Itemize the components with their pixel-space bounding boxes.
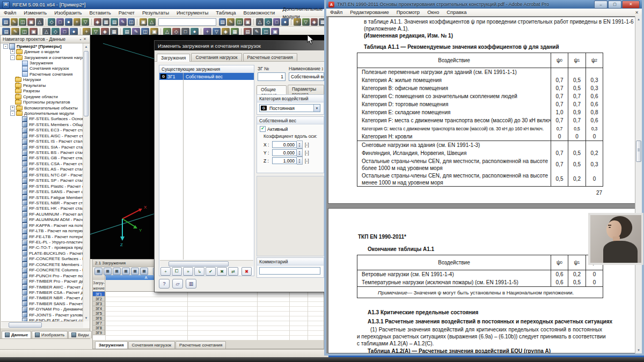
renumber-loadcase-button[interactable]: » xyxy=(183,267,193,276)
loadcases-list[interactable]: G ЗГ1 Собственный вес xyxy=(159,73,254,260)
zoom-icon[interactable]: ◈ xyxy=(94,18,101,26)
internal-forces-icon[interactable]: ▣ xyxy=(271,28,279,35)
member-icon[interactable]: ▽ xyxy=(92,28,100,35)
tree-item[interactable]: RF-TIMBER CSA - Расчет дерев xyxy=(1,290,83,295)
scrollbar-thumb[interactable] xyxy=(169,261,229,267)
tree-item[interactable]: RF-STEEL GB - Расчет стальны xyxy=(1,156,83,161)
row-label-ЗГ9[interactable]: ЗГ9 xyxy=(93,330,105,335)
spinner-icon[interactable]: ▲▼ xyxy=(297,149,303,157)
active-checkbox-row[interactable]: ✔ Активный xyxy=(260,126,288,132)
line-support-icon[interactable]: ▤ xyxy=(123,28,131,35)
tree-item[interactable]: RF-STEEL EC3 - Расчет стальн xyxy=(1,128,83,133)
acrobat-menu-item[interactable]: Окно xyxy=(423,9,443,16)
scroll-down-icon[interactable]: ▼ xyxy=(635,347,642,353)
rfem-menu-item[interactable]: Таблица xyxy=(212,9,239,17)
tree-item[interactable]: -Дополнительные модули xyxy=(1,110,83,116)
tree-item[interactable]: RF-ALUMINUM ADM - Расчет а xyxy=(1,217,83,223)
tree-item[interactable]: RF-STEEL AISC - Расчет стальн xyxy=(1,133,83,138)
node-icon[interactable]: ✎ xyxy=(11,28,19,35)
tree-item[interactable]: RF-DYNAM Pro - Динамически xyxy=(1,307,83,312)
chevron-down-icon[interactable]: ▼ xyxy=(313,105,320,112)
tree-item[interactable]: RF-STEEL SANS - Расчет стальн xyxy=(1,189,83,194)
scrollbar-thumb[interactable] xyxy=(9,322,42,328)
navigator-tab-2[interactable]: Изобразить xyxy=(32,331,68,338)
tree-item[interactable]: RF-EL-PL - Упруго-пластическ xyxy=(1,239,83,245)
set-order-button[interactable]: ↳ xyxy=(194,267,204,276)
numbering-icon[interactable]: △ xyxy=(148,18,156,26)
tree-item[interactable]: RF-STEEL NTC-DF - Расчет стал xyxy=(1,172,83,178)
tree-item[interactable]: Сочетания нагрузок xyxy=(1,66,83,71)
tree-item[interactable]: RF-STEEL BS - Расчет стальных xyxy=(1,150,83,155)
tree-item[interactable]: RF-STEEL SP - Расчет стальных xyxy=(1,178,83,183)
cross-section-icon[interactable]: + xyxy=(83,28,91,35)
windows-taskbar[interactable] xyxy=(0,357,644,362)
list-horizontal-scrollbar[interactable] xyxy=(160,260,253,267)
spinner-icon[interactable]: ▲▼ xyxy=(297,141,303,149)
scrollbar-thumb[interactable] xyxy=(84,51,89,116)
help-button[interactable]: ? xyxy=(159,279,170,289)
row-label-ЗГ1[interactable]: ЗГ1 xyxy=(93,292,105,297)
member-hinge-icon[interactable]: ✎ xyxy=(132,28,140,35)
edit-icon[interactable]: ▽ xyxy=(82,18,89,26)
scroll-down-icon[interactable]: ▼ xyxy=(83,315,89,321)
tree-item[interactable]: RF-STEEL Plastic - Расчет стал xyxy=(1,183,83,189)
free-load-icon[interactable]: + xyxy=(203,28,211,35)
display-properties-icon[interactable]: ▤ xyxy=(111,18,118,26)
acrobat-menu-item[interactable]: Редактирование xyxy=(346,9,392,16)
dialog-tab-3[interactable]: Расчетные сочетания xyxy=(243,53,297,61)
column-header-loadcase[interactable]: Загру-жение xyxy=(93,280,105,292)
save-as-default-button[interactable]: ▥ xyxy=(186,279,196,289)
tree-item[interactable]: RF-KAPPA - Расчет на потерю xyxy=(1,223,83,228)
check-icon[interactable]: ▦ xyxy=(231,28,239,35)
search-icon[interactable]: ▦ xyxy=(122,268,130,275)
select-icon[interactable]: ◫ xyxy=(236,18,243,26)
load-case-icon[interactable]: △ xyxy=(163,28,171,35)
calculate-icon[interactable]: ▤ xyxy=(244,28,252,35)
dialog-tab-1[interactable]: Загружения xyxy=(157,54,190,62)
tree-item[interactable]: RF-CONCRETE Columns - Расч xyxy=(1,268,83,273)
axis-factor-input[interactable]: 0.000 xyxy=(272,141,297,148)
redo-icon[interactable]: + xyxy=(74,18,81,26)
navigator-tab-1[interactable]: Данные xyxy=(2,331,31,338)
rfem-menu-item[interactable]: Расчет xyxy=(115,9,138,17)
checkbox-checked-icon[interactable]: ✔ xyxy=(260,126,266,132)
axes-icon[interactable]: □ xyxy=(273,18,281,26)
tree-item[interactable]: RF-CONCRETE Surfaces - Расче xyxy=(1,256,83,262)
eccentricity-icon[interactable]: ◫ xyxy=(141,28,149,35)
navigator-tab-3[interactable]: Виды xyxy=(68,331,92,338)
new-loadcase-button[interactable]: + xyxy=(160,267,171,276)
delete-loadcase-button[interactable]: ✖ xyxy=(241,267,252,276)
rfem-menu-item[interactable]: Изобразить xyxy=(50,9,85,17)
tree-item[interactable]: RF-STEEL HK - Расчет стальны xyxy=(1,206,83,211)
pdf-vertical-scrollbar[interactable]: ▲ ▼ xyxy=(635,16,642,353)
copy-loadcase-button[interactable]: ⧠ xyxy=(172,267,182,276)
open-icon[interactable]: ✎ xyxy=(11,18,18,26)
column-header-band[interactable] xyxy=(93,275,105,280)
export-icon[interactable]: ▦ xyxy=(131,268,139,275)
grid-icon[interactable]: + xyxy=(294,18,301,26)
minimize-button[interactable]: – xyxy=(594,1,608,9)
scroll-up-icon[interactable]: ▲ xyxy=(83,43,89,50)
open-folder-button[interactable]: ▱ xyxy=(172,279,183,289)
undo-icon[interactable]: ● xyxy=(65,18,72,26)
user-view-icon[interactable]: △ xyxy=(256,18,264,26)
loadcase-list-item[interactable]: G ЗГ1 Собственный вес xyxy=(159,73,254,80)
quick-search-combobox[interactable] xyxy=(158,18,216,26)
line-icon[interactable]: ◫ xyxy=(20,28,28,35)
surface-icon[interactable]: △ xyxy=(42,28,50,35)
comment-input[interactable] xyxy=(259,267,320,275)
member-load-icon[interactable]: □ xyxy=(181,28,189,35)
row-label-ЗГ5[interactable]: ЗГ5 xyxy=(93,311,105,316)
table-panel-tab-3[interactable]: Расчетные сочетания xyxy=(175,341,226,349)
pdf-content-area[interactable]: в таблице А1.1. Значения коэффициентов ψ… xyxy=(326,16,642,353)
tree-item[interactable]: Расчетные сочетания xyxy=(1,71,83,77)
division-icon[interactable]: ▣ xyxy=(150,28,158,35)
row-label-ЗГ7[interactable]: ЗГ7 xyxy=(93,321,105,326)
tree-item[interactable]: RF-STEEL AS - Расчет стальны xyxy=(1,167,83,172)
tree-item[interactable]: Результаты xyxy=(1,83,83,88)
navigator-vertical-scrollbar[interactable]: ▲ ▼ xyxy=(83,43,89,321)
tree-item[interactable]: RF-JOINTS - Расчет узловых со xyxy=(1,312,83,317)
select-special-icon[interactable]: ▤ xyxy=(2,28,10,35)
show-results-icon[interactable]: ▦ xyxy=(103,18,110,26)
printout-report-icon[interactable]: ◇ xyxy=(48,18,55,26)
